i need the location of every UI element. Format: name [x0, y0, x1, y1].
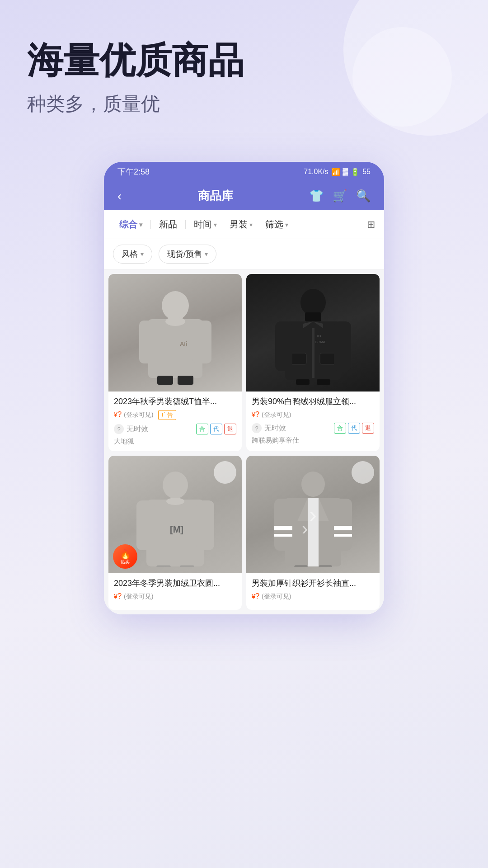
filter-screen-label: 筛选 — [265, 218, 283, 231]
back-button[interactable]: ‹ — [117, 189, 122, 203]
validity-icon-1: ? — [114, 424, 124, 434]
validity-icon-2: ? — [252, 423, 262, 433]
chevron-down-icon-5: ▾ — [141, 250, 144, 258]
svg-text:›: › — [302, 519, 308, 538]
chevron-down-icon-4: ▾ — [285, 221, 288, 228]
status-bar: 下午2:58 71.0K/s 📶 ▓ 🔋 55 — [104, 162, 384, 182]
product-name-1: 2023年秋季男装德绒T恤半... — [114, 396, 236, 407]
status-time: 下午2:58 — [117, 166, 150, 177]
nav-title: 商品库 — [198, 188, 233, 204]
circle-overlay-3 — [214, 461, 236, 484]
svg-rect-34 — [274, 534, 292, 537]
filter-divider-2 — [185, 220, 186, 229]
stock-presale-filter-button[interactable]: 现货/预售 ▾ — [159, 245, 216, 264]
svg-rect-3 — [192, 321, 211, 363]
svg-point-24 — [166, 498, 184, 505]
product-seller-1: 大地狐 — [114, 437, 236, 446]
login-note-1: (登录可见) — [124, 411, 153, 418]
chevron-down-icon-2: ▾ — [214, 221, 217, 228]
svg-rect-19 — [317, 379, 330, 385]
filter-comprehensive-label: 综合 — [119, 218, 137, 231]
validity-tags-1: 合 代 退 — [196, 424, 236, 434]
product-seller-2: 跨联易购享帝仕 — [252, 436, 374, 445]
product-image-3: [M] 🔥 热卖 — [108, 456, 242, 573]
ad-badge-1: 广告 — [158, 410, 176, 420]
search-icon[interactable]: 🔍 — [356, 189, 371, 203]
svg-rect-32 — [334, 499, 352, 551]
product-card-3[interactable]: [M] 🔥 热卖 2023年冬季男装加绒卫衣圆... ¥? (登录可见) — [108, 456, 242, 610]
product-validity-2: ? 无时效 合 代 退 — [252, 423, 374, 434]
svg-rect-18 — [296, 379, 310, 385]
svg-point-4 — [165, 317, 185, 326]
chevron-down-icon-6: ▾ — [205, 250, 208, 258]
svg-text:[M]: [M] — [170, 524, 183, 534]
filter-tab-screen[interactable]: 筛选 ▾ — [259, 216, 295, 233]
product-name-3: 2023年冬季男装加绒卫衣圆... — [114, 578, 236, 589]
filter-divider-1 — [150, 220, 151, 229]
filter-tabs: 综合 ▾ 新品 时间 ▾ 男装 ▾ 筛选 ▾ ⊞ — [104, 210, 384, 239]
svg-point-20 — [163, 472, 188, 499]
svg-rect-31 — [274, 499, 292, 551]
svg-rect-6 — [157, 376, 173, 385]
product-name-4: 男装加厚针织衫开衫长袖直... — [252, 578, 374, 589]
arrow-overlay-4: › — [309, 501, 317, 528]
battery-level: 55 — [362, 168, 371, 176]
flame-badge-3: 🔥 热卖 — [113, 544, 137, 569]
price-yen-1: ¥ — [114, 411, 117, 418]
svg-rect-27 — [180, 566, 194, 566]
product-image-1: Ati — [108, 274, 242, 392]
svg-rect-22 — [136, 500, 155, 550]
tag-he-2: 合 — [334, 423, 346, 434]
svg-rect-15 — [334, 321, 351, 371]
product-card-1[interactable]: Ati 2023年秋季男装德绒T恤半... ¥? (登录可见) 广告 ? 无时效 — [108, 274, 242, 451]
tag-tui-1: 退 — [224, 424, 236, 434]
shirt-icon[interactable]: 👕 — [309, 189, 324, 203]
svg-rect-7 — [178, 376, 193, 385]
product-card-4[interactable]: › › 男装加厚针织衫开衫长袖直... ¥? (登录可见) — [246, 456, 380, 610]
svg-rect-39 — [319, 566, 332, 566]
price-yen-2: ¥ — [252, 411, 255, 418]
svg-text:BRAND: BRAND — [315, 340, 327, 344]
product-image-2: ●● BRAND — [246, 274, 380, 392]
cart-icon[interactable]: 🛒 — [333, 189, 347, 203]
svg-rect-13 — [320, 353, 336, 364]
svg-rect-26 — [156, 566, 171, 566]
svg-rect-23 — [196, 500, 214, 550]
status-right: 71.0K/s 📶 ▓ 🔋 55 — [304, 168, 371, 176]
battery-icon: 🔋 — [351, 168, 360, 176]
product-info-1: 2023年秋季男装德绒T恤半... ¥? (登录可见) 广告 ? 无时效 合 代… — [108, 392, 242, 451]
signal-icon: 📶 — [331, 168, 340, 176]
login-note-2: (登录可见) — [262, 411, 291, 418]
filter-tab-new[interactable]: 新品 — [153, 216, 183, 233]
svg-point-8 — [300, 289, 326, 316]
filter-tab-comprehensive[interactable]: 综合 ▾ — [113, 216, 149, 233]
filter-tab-time[interactable]: 时间 ▾ — [188, 216, 223, 233]
validity-tags-2: 合 代 退 — [334, 423, 374, 434]
grid-view-icon[interactable]: ⊞ — [367, 219, 375, 231]
circle-overlay-4 — [352, 461, 374, 484]
tag-he-1: 合 — [196, 424, 208, 434]
svg-text:●●: ●● — [317, 334, 322, 338]
sub-filters: 风格 ▾ 现货/预售 ▾ — [104, 239, 384, 269]
product-price-4: ¥? (登录可见) — [252, 592, 374, 601]
svg-rect-11 — [312, 328, 314, 378]
wifi-icon: ▓ — [343, 168, 348, 176]
filter-tab-menswear[interactable]: 男装 ▾ — [223, 216, 259, 233]
svg-rect-14 — [275, 321, 292, 371]
tag-dai-2: 代 — [348, 423, 360, 434]
tag-dai-1: 代 — [210, 424, 222, 434]
product-price-1: ¥? (登录可见) 广告 — [114, 410, 236, 420]
product-name-2: 男装90%白鸭绒羽绒服立领... — [252, 396, 374, 407]
price-yen-3: ¥ — [114, 593, 117, 600]
tag-tui-2: 退 — [362, 423, 374, 434]
product-card-2[interactable]: ●● BRAND 男装90%白鸭绒羽绒服立领... ¥? (登录可见) ? 无时… — [246, 274, 380, 451]
product-price-2: ¥? (登录可见) — [252, 410, 374, 419]
validity-text-2: 无时效 — [264, 424, 286, 433]
style-filter-label: 风格 — [122, 249, 138, 259]
stock-presale-label: 现货/预售 — [167, 249, 202, 259]
product-price-3: ¥? (登录可见) — [114, 592, 236, 601]
svg-rect-36 — [334, 534, 352, 537]
style-filter-button[interactable]: 风格 ▾ — [113, 245, 152, 264]
svg-point-28 — [301, 472, 325, 497]
svg-rect-33 — [274, 526, 292, 530]
